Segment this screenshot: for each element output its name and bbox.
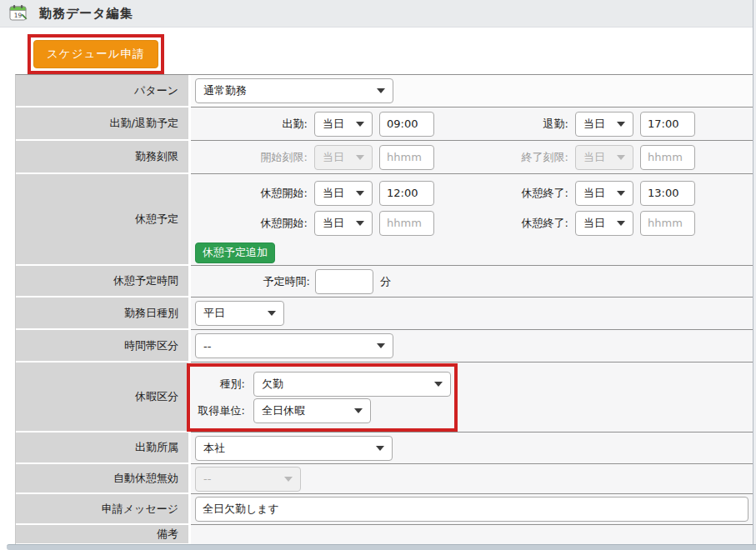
- break-time-unit: 分: [380, 274, 391, 289]
- limit-start-time-input[interactable]: [379, 145, 434, 170]
- clock-in-day-value: 当日: [323, 117, 344, 132]
- chevron-down-icon: [356, 155, 364, 160]
- limit-start-group: 開始刻限: 当日: [195, 145, 434, 170]
- break2-start-time-input[interactable]: [379, 211, 434, 236]
- chevron-down-icon: [376, 446, 384, 451]
- timezone-row-content: --: [191, 330, 753, 362]
- titlebar: 19 勤務データ編集: [0, 0, 756, 28]
- chevron-down-icon: [617, 221, 625, 226]
- chevron-down-icon: [356, 221, 364, 226]
- break-line-1: 休憩開始: 当日 休憩終了: 当日: [195, 181, 753, 206]
- break-time-row-label: 休憩予定時間: [16, 266, 188, 298]
- break2-start-day-value: 当日: [323, 216, 344, 231]
- message-row-label: 申請メッセージ: [16, 494, 188, 525]
- leave-type-select[interactable]: 欠勤: [253, 372, 451, 397]
- row-pattern: パターン 通常勤務: [16, 75, 753, 108]
- break1-start-label: 休憩開始:: [261, 186, 308, 201]
- remarks-row-content: [191, 525, 753, 545]
- clock-out-time-input[interactable]: [640, 112, 695, 137]
- pattern-select[interactable]: 通常勤務: [195, 78, 393, 103]
- break2-start-day-select[interactable]: 当日: [314, 211, 373, 236]
- schedule-request-highlight-box: スケジュール申請: [28, 34, 164, 74]
- leave-highlight-box: 種別: 欠勤 取得単位: 全日休暇: [187, 363, 458, 432]
- row-day-type: 勤務日種別 平日: [16, 298, 753, 330]
- pattern-select-value: 通常勤務: [203, 83, 247, 98]
- toolbar: スケジュール申請: [0, 28, 756, 74]
- row-shift-schedule: 出勤/退勤予定 出勤: 当日 退勤: 当日: [16, 108, 753, 141]
- chevron-down-icon: [354, 408, 363, 413]
- clock-in-time-input[interactable]: [379, 112, 434, 137]
- row-timezone: 時間帯区分 --: [16, 330, 753, 362]
- chevron-down-icon: [377, 343, 385, 348]
- add-break-button[interactable]: 休憩予定追加: [195, 242, 275, 263]
- break1-start-day-value: 当日: [323, 186, 344, 201]
- break1-start-day-select[interactable]: 当日: [314, 181, 373, 206]
- break2-end-time-input[interactable]: [640, 211, 695, 236]
- clock-out-group: 退勤: 当日: [434, 112, 695, 137]
- break2-end-group: 休憩終了: 当日: [434, 211, 695, 236]
- limit-end-label: 終了刻限:: [522, 150, 568, 165]
- horizontal-scrollbar[interactable]: [7, 544, 756, 550]
- row-break-time: 休憩予定時間 予定時間: 分: [16, 266, 753, 298]
- pattern-row-content: 通常勤務: [191, 75, 753, 108]
- day-type-row-content: 平日: [191, 298, 753, 330]
- chevron-down-icon: [377, 88, 385, 93]
- break1-end-day-value: 当日: [583, 186, 605, 201]
- leave-unit-value: 全日休暇: [262, 403, 305, 418]
- schedule-request-button[interactable]: スケジュール申請: [33, 40, 158, 68]
- auto-break-value: --: [203, 472, 211, 485]
- day-type-value: 平日: [203, 306, 225, 321]
- break1-start-time-input[interactable]: [379, 181, 434, 206]
- clock-in-group: 出勤: 当日: [195, 112, 434, 137]
- limit-row-content: 開始刻限: 当日 終了刻限: 当日: [191, 141, 753, 174]
- calendar-edit-icon: 19: [8, 4, 28, 22]
- department-row-label: 出勤所属: [16, 432, 188, 464]
- auto-break-select: --: [195, 467, 301, 492]
- clock-out-day-select[interactable]: 当日: [575, 112, 633, 137]
- auto-break-row-content: --: [191, 464, 753, 494]
- break1-start-group: 休憩開始: 当日: [195, 181, 434, 206]
- row-remarks: 備考: [16, 525, 753, 545]
- clock-in-day-select[interactable]: 当日: [314, 112, 373, 137]
- timezone-select[interactable]: --: [195, 333, 393, 358]
- leave-unit-label: 取得単位:: [190, 403, 245, 418]
- break-line-2: 休憩開始: 当日 休憩終了: 当日: [195, 211, 753, 236]
- break-time-row-content: 予定時間: 分: [191, 266, 753, 298]
- message-input[interactable]: [195, 497, 748, 522]
- svg-text:19: 19: [14, 12, 23, 19]
- page-title: 勤務データ編集: [39, 6, 133, 22]
- shift-row-content: 出勤: 当日 退勤: 当日: [191, 108, 753, 141]
- remarks-row-label: 備考: [16, 525, 188, 545]
- chevron-down-icon: [356, 191, 364, 196]
- vertical-scrollbar[interactable]: [753, 0, 756, 550]
- chevron-down-icon: [268, 311, 276, 316]
- chevron-down-icon: [617, 191, 625, 196]
- limit-end-time-input[interactable]: [640, 145, 695, 170]
- leave-row-label: 休暇区分: [16, 362, 188, 432]
- chevron-down-icon: [356, 122, 364, 127]
- break-time-field-label: 予定時間:: [263, 274, 310, 289]
- pattern-row-label: パターン: [16, 75, 188, 108]
- chevron-down-icon: [617, 122, 625, 127]
- break2-end-label: 休憩終了:: [522, 216, 568, 231]
- break1-end-time-input[interactable]: [640, 181, 695, 206]
- break2-end-day-select[interactable]: 当日: [575, 211, 633, 236]
- break1-end-label: 休憩終了:: [522, 186, 568, 201]
- row-break-schedule: 休憩予定 休憩開始: 当日 休憩終了: 当日: [16, 174, 753, 266]
- row-work-limit: 勤務刻限 開始刻限: 当日 終了刻限: 当日: [16, 141, 753, 174]
- limit-row-label: 勤務刻限: [16, 141, 188, 174]
- leave-type-line: 種別: 欠勤: [190, 372, 454, 397]
- break2-start-label: 休憩開始:: [261, 216, 308, 231]
- clock-in-label: 出勤:: [283, 117, 308, 132]
- auto-break-row-label: 自動休憩無効: [16, 464, 188, 494]
- day-type-select[interactable]: 平日: [195, 301, 284, 326]
- leave-unit-select[interactable]: 全日休暇: [253, 398, 371, 423]
- break-time-input[interactable]: [315, 269, 373, 294]
- limit-end-group: 終了刻限: 当日: [434, 145, 695, 170]
- work-data-form: パターン 通常勤務 出勤/退勤予定 出勤: 当日: [15, 74, 753, 545]
- leave-type-label: 種別:: [190, 377, 245, 392]
- break1-end-day-select[interactable]: 当日: [575, 181, 633, 206]
- row-message: 申請メッセージ: [16, 494, 753, 525]
- row-auto-break: 自動休憩無効 --: [16, 464, 753, 494]
- department-select[interactable]: 本社: [195, 436, 393, 461]
